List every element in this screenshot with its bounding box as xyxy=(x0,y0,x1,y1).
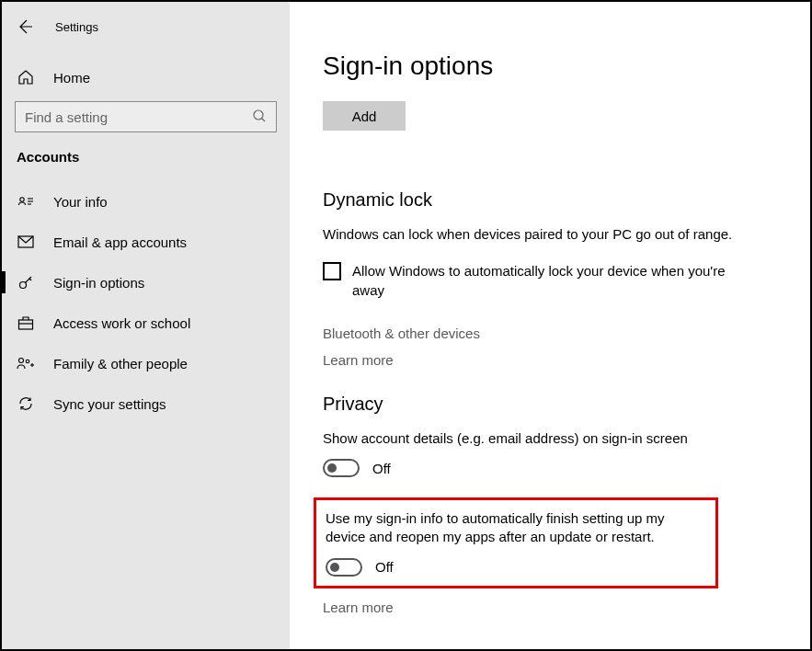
page-title: Sign-in options xyxy=(323,51,777,81)
add-button[interactable]: Add xyxy=(323,101,406,131)
privacy-title: Privacy xyxy=(323,394,777,415)
back-button[interactable] xyxy=(17,18,33,35)
privacy-toggle2-label: Off xyxy=(375,559,394,575)
privacy-setting1-desc: Show account details (e.g. email address… xyxy=(323,429,727,448)
main-content: Sign-in options Add Dynamic lock Windows… xyxy=(290,2,810,649)
svg-point-12 xyxy=(19,359,24,363)
nav-item-work[interactable]: Access work or school xyxy=(2,303,290,343)
topbar: Settings xyxy=(2,11,290,42)
dynamic-lock-desc: Windows can lock when devices paired to … xyxy=(323,225,777,244)
nav-label: Email & app accounts xyxy=(53,234,187,250)
svg-line-9 xyxy=(29,279,31,280)
nav-item-email[interactable]: Email & app accounts xyxy=(2,222,290,262)
highlight-box: Use my sign-in info to automatically fin… xyxy=(314,497,718,588)
mail-icon xyxy=(17,235,35,248)
nav-label: Family & other people xyxy=(53,356,188,371)
nav-label: Your info xyxy=(53,194,108,210)
svg-point-13 xyxy=(26,360,29,363)
svg-rect-10 xyxy=(19,320,33,329)
category-header: Accounts xyxy=(2,149,290,176)
key-icon xyxy=(17,274,35,291)
sidebar-home[interactable]: Home xyxy=(2,57,290,97)
nav-label: Access work or school xyxy=(53,315,190,331)
dynamic-lock-checkbox-label: Allow Windows to automatically lock your… xyxy=(352,262,746,300)
bluetooth-link[interactable]: Bluetooth & other devices xyxy=(323,326,777,341)
nav-label: Sign-in options xyxy=(53,275,144,291)
nav-item-your-info[interactable]: Your info xyxy=(2,181,290,222)
search-icon xyxy=(252,108,267,126)
briefcase-icon xyxy=(17,315,35,330)
privacy-toggle1-row: Off xyxy=(323,459,777,477)
nav-item-signin[interactable]: Sign-in options xyxy=(2,262,290,303)
privacy-toggle2-row: Off xyxy=(326,558,706,577)
dynamic-lock-checkbox-row: Allow Windows to automatically lock your… xyxy=(323,262,746,300)
search-box[interactable] xyxy=(15,101,277,132)
dynamic-lock-title: Dynamic lock xyxy=(323,189,777,211)
learn-more-link[interactable]: Learn more xyxy=(323,352,777,368)
people-plus-icon xyxy=(17,356,35,371)
dynamic-lock-checkbox[interactable] xyxy=(323,262,341,280)
nav-item-sync[interactable]: Sync your settings xyxy=(2,383,290,424)
home-icon xyxy=(17,69,35,86)
search-input[interactable] xyxy=(25,109,252,125)
nav-item-family[interactable]: Family & other people xyxy=(2,343,290,383)
privacy-learn-more-link[interactable]: Learn more xyxy=(323,600,777,615)
nav-items: Your info Email & app accounts Sign-in o… xyxy=(2,181,290,424)
privacy-toggle1[interactable] xyxy=(323,459,360,477)
person-card-icon xyxy=(17,195,35,208)
nav-label: Sync your settings xyxy=(53,396,166,412)
svg-point-7 xyxy=(20,282,27,289)
sync-icon xyxy=(17,395,35,412)
privacy-setting2-desc: Use my sign-in info to automatically fin… xyxy=(326,509,706,547)
sidebar: Settings Home Accounts Your info Email &… xyxy=(2,2,290,649)
home-label: Home xyxy=(53,70,90,86)
privacy-toggle2[interactable] xyxy=(326,558,362,577)
svg-point-2 xyxy=(20,198,24,201)
svg-line-1 xyxy=(262,118,266,121)
privacy-toggle1-label: Off xyxy=(372,461,391,476)
window-title: Settings xyxy=(55,20,98,34)
